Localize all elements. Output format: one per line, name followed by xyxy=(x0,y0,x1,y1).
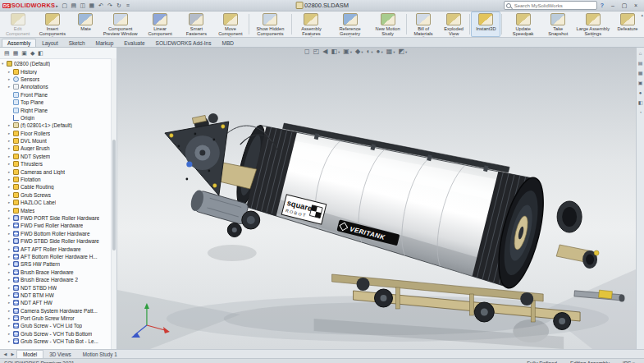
tree-item-fwd-stbd-side-roller-hardware[interactable]: ▸FWD STBD Side Roller Hardware xyxy=(0,237,112,245)
minimize-button[interactable]: – xyxy=(607,2,619,9)
open-document-icon[interactable]: ▤ xyxy=(70,2,78,9)
tab-sketch[interactable]: Sketch xyxy=(64,39,90,47)
tree-item-dvl-mount[interactable]: ▸DVL Mount xyxy=(0,137,112,145)
tree-item-f-02801-1-default[interactable]: ▸(f) 02801<1> (Default) xyxy=(0,122,112,129)
tree-item-grub-screw-vch-lid-top[interactable]: ▸Grub Screw - VCH Lid Top xyxy=(0,322,112,329)
panel-tab-dimxpertmanager[interactable]: ◆ xyxy=(30,50,34,57)
maximize-button[interactable]: ▢ xyxy=(619,2,630,9)
file-explorer-button[interactable]: ▦ xyxy=(638,71,643,76)
edit-appearance-button[interactable]: ●▾ xyxy=(377,48,383,55)
tab-solidworks-add-ins[interactable]: SOLIDWORKS Add-Ins xyxy=(151,39,217,47)
tree-item-mates[interactable]: ▸Mates xyxy=(0,206,112,214)
help-button[interactable]: ? xyxy=(601,2,604,8)
tree-item-sensors[interactable]: ▸Sensors xyxy=(0,76,112,83)
tree-item-hazloc-label[interactable]: ▸HAZLOC Label xyxy=(0,199,112,206)
solidworks-forum-button[interactable]: ◔ xyxy=(639,110,642,115)
tree-item-fwd-bottom-roller-hardware[interactable]: ▸FWD Bottom Roller Hardware xyxy=(0,230,112,237)
solidworks-resources-button[interactable]: ⌂ xyxy=(639,51,642,56)
panel-tab-propertymanager[interactable]: ▦ xyxy=(13,50,19,57)
menu-expand-arrow-icon[interactable]: ▸ xyxy=(56,3,58,8)
appearances-scenes-button[interactable]: ● xyxy=(639,90,642,95)
view-orientation-button[interactable]: ▣▾ xyxy=(343,48,352,55)
tree-item-ndt-system[interactable]: ▸NDT System xyxy=(0,153,112,160)
view-palette-button[interactable]: ▣ xyxy=(638,80,643,85)
panel-tab-configurationmanager[interactable]: ▣ xyxy=(21,50,27,57)
tree-item-grub-screw-vch-tub-bottom[interactable]: ▸Grub Screw - VCH Tub Bottom xyxy=(0,330,112,338)
tree-item-grub-screw-vch-tub-bot-le[interactable]: ▸Grub Screw - VCH Tub Bot - Le... xyxy=(0,338,112,345)
tab-mbd[interactable]: MBD xyxy=(217,39,239,47)
design-library-button[interactable]: ▤ xyxy=(638,61,643,66)
new-motion-study-button[interactable]: New Motion Study xyxy=(370,11,406,37)
options-icon[interactable]: ≡ xyxy=(124,2,132,8)
large-assembly-settings-button[interactable]: Large Assembly Settings▾ xyxy=(573,11,613,37)
tab-model[interactable]: Model xyxy=(16,350,43,358)
tab-markup[interactable]: Markup xyxy=(91,39,119,47)
tree-item-brush-brace-hardware[interactable]: ▸Brush Brace Hardware xyxy=(0,269,112,276)
mysolidworks-search-input[interactable] xyxy=(513,2,595,9)
smart-fasteners-button[interactable]: Smart Fasteners xyxy=(180,11,212,37)
hide-show-items-button[interactable]: ◐▾ xyxy=(367,48,373,55)
component-preview-window-button[interactable]: Component Preview Window xyxy=(100,11,139,37)
tree-item-aft-apt-roller-hardware[interactable]: ▸AFT APT Roller Hardware xyxy=(0,245,112,252)
zoom-area-button[interactable]: ◰ xyxy=(313,48,320,55)
tree-item-grub-screws[interactable]: ▸Grub Screws xyxy=(0,191,112,199)
assembly-features-button[interactable]: Assembly Features▾ xyxy=(293,11,331,37)
tab-3d-views[interactable]: 3D Views xyxy=(43,350,76,358)
tree-item-brush-brace-hardware-2[interactable]: ▸Brush Brace Hardware 2 xyxy=(0,276,112,283)
tree-item-fwd-port-side-roller-hardware[interactable]: ▸FWD PORT Side Roller Hardware xyxy=(0,214,112,222)
tree-scrollbar[interactable] xyxy=(111,58,116,349)
redo-icon[interactable]: ↷ xyxy=(106,2,114,9)
tree-item-port-grub-screw-mirror[interactable]: ▸Port Grub Screw Mirror xyxy=(0,315,112,322)
save-document-icon[interactable]: ◫ xyxy=(79,2,87,9)
edit-component-button[interactable]: Edit Component xyxy=(2,11,34,37)
insert-components-button[interactable]: Insert Components▾ xyxy=(34,11,71,37)
tree-item-front-plane[interactable]: Front Plane xyxy=(0,91,112,99)
tree-item-auger-brush[interactable]: ▸Auger Brush xyxy=(0,145,112,152)
display-style-button[interactable]: ◆▾ xyxy=(355,48,363,55)
view-settings-button[interactable]: ◩▾ xyxy=(399,48,408,55)
tree-item-top-plane[interactable]: Top Plane xyxy=(0,99,112,106)
tree-item-cameras-and-light[interactable]: ▸Cameras and Light xyxy=(0,168,112,175)
panel-tab-displaymanager[interactable]: ◧ xyxy=(38,50,43,57)
tab-scroll-left-button[interactable]: ◀ xyxy=(2,350,9,358)
move-component-button[interactable]: Move Component▾ xyxy=(213,11,249,37)
new-document-icon[interactable]: ▢ xyxy=(61,2,69,9)
tree-item-02800-default[interactable]: ▾02800 (Default) xyxy=(0,60,112,67)
tree-item-flotation[interactable]: ▸Flotation xyxy=(0,176,112,183)
reference-geometry-button[interactable]: Reference Geometry▾ xyxy=(330,11,369,37)
bill-of-materials-button[interactable]: Bill of Materials▾ xyxy=(408,11,438,37)
section-view-button[interactable]: ◧▾ xyxy=(331,48,340,55)
tree-item-annotations[interactable]: ▸Annotations xyxy=(0,83,112,90)
defeature-button[interactable]: Defeature xyxy=(613,11,642,37)
custom-properties-button[interactable]: ◧ xyxy=(638,100,643,105)
tree-item-right-plane[interactable]: Right Plane xyxy=(0,106,112,113)
close-button[interactable]: × xyxy=(630,2,642,9)
tree-item-ndt-aft-hw[interactable]: ▸NDT AFT HW xyxy=(0,299,112,306)
previous-view-button[interactable]: ◀ xyxy=(322,48,327,55)
update-speedpak-subassemblies-button[interactable]: Update Speedpak Subassemblies xyxy=(503,11,542,37)
undo-icon[interactable]: ↶ xyxy=(97,2,105,9)
tree-item-aft-bottom-roller-hardware-h[interactable]: ▸AFT Bottom Roller Hardware H... xyxy=(0,253,112,260)
tree-item-origin[interactable]: Origin xyxy=(0,114,112,122)
tree-item-cable-routing[interactable]: ▸Cable Routing xyxy=(0,183,112,191)
tab-scroll-right-button[interactable]: ▶ xyxy=(9,350,16,358)
tree-item-ndt-btm-hw[interactable]: ▸NDT BTM HW xyxy=(0,292,112,299)
viewport-canvas[interactable]: square ROBOT VERITANK xyxy=(117,48,636,349)
ribbon-collapse-chevron[interactable]: ▴ xyxy=(641,12,643,17)
tab-evaluate[interactable]: Evaluate xyxy=(119,39,149,47)
exploded-view-button[interactable]: Exploded View▾ xyxy=(439,11,469,37)
mate-button[interactable]: Mate xyxy=(71,11,100,37)
tree-item-history[interactable]: ▸History xyxy=(0,67,112,75)
instant3d-button[interactable]: Instant3D xyxy=(471,11,500,37)
tab-motion-study-1[interactable]: Motion Study 1 xyxy=(77,350,123,358)
status-ips[interactable]: IPS ▾ xyxy=(623,361,635,363)
tree-item-camera-system-hardware-patt[interactable]: ▸Camera System Hardware Patt... xyxy=(0,307,112,315)
tab-assembly[interactable]: Assembly xyxy=(2,39,36,47)
print-document-icon[interactable]: ▦ xyxy=(88,2,96,9)
rebuild-icon[interactable]: ↻ xyxy=(115,2,123,9)
tab-layout[interactable]: Layout xyxy=(37,39,63,47)
tree-scrollbar-thumb[interactable] xyxy=(112,140,116,250)
apply-scene-button[interactable]: ▦▾ xyxy=(386,48,395,55)
tree-item-srs-hw-pattern[interactable]: ▸SRS HW Pattern xyxy=(0,260,112,268)
tree-item-floor-rollers[interactable]: ▸Floor Rollers xyxy=(0,130,112,137)
